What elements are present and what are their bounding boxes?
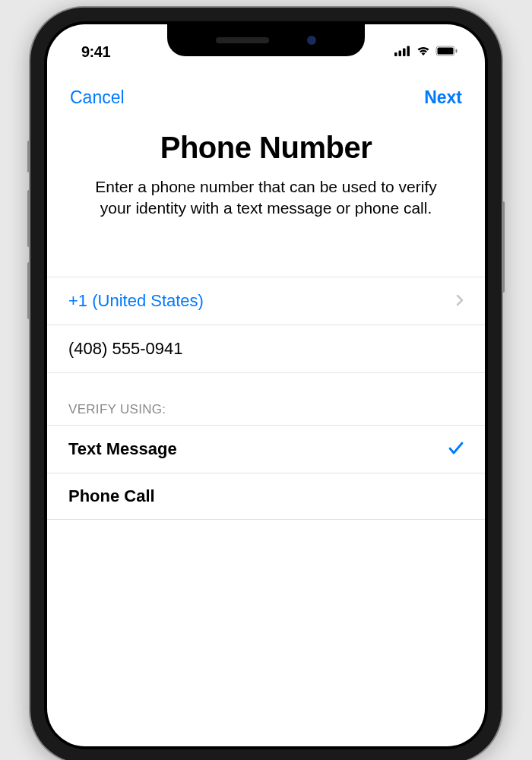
verify-option-phone-call[interactable]: Phone Call xyxy=(47,473,485,520)
next-button[interactable]: Next xyxy=(424,87,462,108)
front-camera xyxy=(307,36,316,45)
verify-option-text-message[interactable]: Text Message xyxy=(47,425,485,473)
cancel-button[interactable]: Cancel xyxy=(70,87,125,108)
wifi-icon xyxy=(416,46,431,59)
volume-down-button xyxy=(27,262,30,319)
status-time: 9:41 xyxy=(81,43,110,61)
svg-rect-1 xyxy=(399,50,402,56)
chevron-right-icon xyxy=(456,291,464,311)
svg-rect-3 xyxy=(407,46,410,56)
verify-option-label: Phone Call xyxy=(68,486,155,506)
verify-section-header: VERIFY USING: xyxy=(47,373,485,425)
svg-rect-2 xyxy=(403,48,406,56)
battery-icon xyxy=(435,46,458,59)
volume-up-button xyxy=(27,190,30,247)
svg-rect-6 xyxy=(456,49,458,52)
status-icons xyxy=(394,46,458,59)
phone-device-frame: 9:41 xyxy=(30,8,502,760)
country-code-row[interactable]: +1 (United States) xyxy=(47,277,485,325)
checkmark-icon xyxy=(448,439,464,460)
side-button xyxy=(502,201,505,293)
phone-input-section: +1 (United States) xyxy=(47,277,485,373)
navigation-bar: Cancel Next xyxy=(47,66,485,116)
phone-screen: 9:41 xyxy=(47,24,485,746)
country-code-label: +1 (United States) xyxy=(68,291,204,311)
phone-number-row[interactable] xyxy=(47,325,485,373)
svg-rect-0 xyxy=(394,52,397,56)
svg-rect-5 xyxy=(438,47,454,54)
cellular-signal-icon xyxy=(394,46,411,59)
verify-option-label: Text Message xyxy=(68,439,177,459)
phone-number-input[interactable] xyxy=(68,339,464,359)
page-title: Phone Number xyxy=(47,131,485,165)
silent-switch xyxy=(27,141,30,173)
speaker-grille xyxy=(216,37,269,43)
device-notch xyxy=(167,24,365,56)
page-subtitle: Enter a phone number that can be used to… xyxy=(47,176,485,220)
